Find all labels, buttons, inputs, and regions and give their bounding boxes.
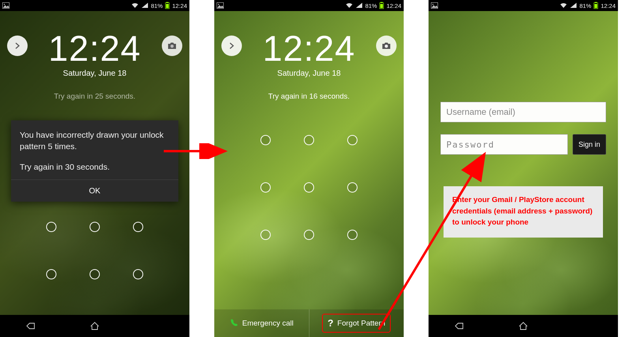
battery-icon [593,2,598,9]
dialog-ok-button[interactable]: OK [11,180,178,202]
phone-screen-2: 81% 12:24 12:24 Saturday, June 18 Try ag… [214,0,404,337]
pattern-dot[interactable] [331,116,374,164]
battery-percent: 81% [579,2,591,9]
battery-icon [165,2,170,9]
pattern-dot[interactable] [116,251,160,298]
status-bar: 81% 12:24 [214,0,404,11]
svg-point-7 [218,4,219,5]
battery-percent: 81% [151,2,163,9]
pattern-dot[interactable] [73,203,116,251]
pattern-dot[interactable] [30,251,73,298]
signal-icon [356,2,363,9]
pattern-dot[interactable] [287,116,331,164]
signin-button[interactable]: Sign in [573,134,606,155]
phone-screen-1: 81% 12:24 12:24 Saturday, June 18 Try ag… [0,0,189,337]
error-dialog: You have incorrectly drawn your unlock p… [11,120,178,202]
svg-rect-16 [595,4,597,8]
pattern-dot[interactable] [116,203,160,251]
pattern-grid[interactable] [244,116,374,258]
status-bar: 81% 12:24 [0,0,189,11]
nav-home-button[interactable] [63,321,126,331]
clock-time: 12:24 [0,31,189,66]
password-input[interactable] [440,134,568,155]
bottom-button-bar: Emergency call ? Forgot Pattern [214,309,404,337]
wifi-icon [345,2,353,9]
status-time: 12:24 [386,2,401,9]
svg-rect-10 [380,4,383,8]
pattern-dot[interactable] [30,203,73,251]
wifi-icon [560,2,567,9]
annotation-text: Enter your Gmail / PlayStore account cre… [452,194,594,228]
svg-point-1 [4,4,5,5]
nav-bar [0,315,189,337]
phone-icon [230,318,238,329]
phone-screen-3: 81% 12:24 Sign in Enter your Gmail / Pla… [429,0,618,337]
pattern-dot[interactable] [73,251,116,298]
pattern-dot[interactable] [287,164,331,211]
svg-point-13 [432,4,434,5]
question-icon: ? [328,318,333,329]
pattern-dot[interactable] [331,164,374,211]
tryagain-text-bg: Try again in 25 seconds. [0,92,189,101]
tryagain-text: Try again in 16 seconds. [214,92,404,101]
dialog-line1: You have incorrectly drawn your unlock p… [20,129,170,152]
battery-icon [379,2,384,9]
signal-icon [141,2,148,9]
pattern-dot[interactable] [331,211,374,258]
status-time: 12:24 [172,2,187,9]
clock-area: 12:24 Saturday, June 18 [214,31,404,78]
annotation-note: Enter your Gmail / PlayStore account cre… [444,186,603,238]
emergency-call-label: Emergency call [242,319,294,328]
picture-icon [217,2,224,9]
pattern-dot[interactable] [244,164,287,211]
battery-percent: 81% [365,2,377,9]
pattern-dot[interactable] [244,116,287,164]
emergency-call-button[interactable]: Emergency call [214,309,309,337]
nav-back-button[interactable] [429,321,492,331]
pattern-dot[interactable] [287,211,331,258]
clock-area: 12:24 Saturday, June 18 [0,31,189,78]
clock-time: 12:24 [214,31,404,66]
svg-rect-4 [166,4,169,8]
nav-home-button[interactable] [492,321,555,331]
pattern-dot[interactable] [244,211,287,258]
dialog-line2: Try again in 30 seconds. [20,161,170,172]
picture-icon [431,2,438,9]
wifi-icon [131,2,139,9]
username-input[interactable] [440,102,606,122]
forgot-pattern-label: Forgot Pattern [337,319,385,328]
clock-date: Saturday, June 18 [214,69,404,78]
nav-back-button[interactable] [0,321,63,331]
login-form: Sign in [440,102,606,155]
picture-icon [2,2,9,9]
signal-icon [570,2,577,9]
status-bar: 81% 12:24 [429,0,618,11]
clock-date: Saturday, June 18 [0,69,189,78]
nav-bar [429,315,618,337]
status-time: 12:24 [601,2,616,9]
forgot-pattern-button[interactable]: ? Forgot Pattern [309,309,404,337]
